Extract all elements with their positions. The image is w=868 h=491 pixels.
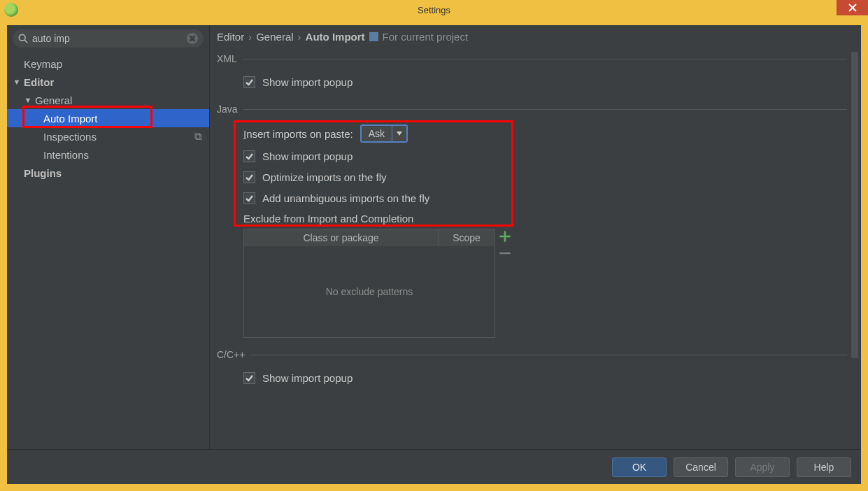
check-icon [245,194,254,203]
tree-item-intentions[interactable]: Intentions [7,145,209,164]
group-xml-title: XML [217,53,243,64]
group-xml: XML Show import popup [217,53,847,92]
chevron-right-icon: › [248,31,252,43]
tree-item-inspections[interactable]: Inspections⧉ [7,127,209,145]
combo-insert-imports[interactable]: Ask [360,124,408,143]
titlebar: Settings [0,0,868,20]
svg-line-3 [24,40,27,43]
table-empty-text: No exclude patterns [244,246,495,337]
svg-marker-6 [397,131,402,136]
clear-icon [190,36,195,41]
project-scope-label: For current project [383,31,469,43]
breadcrumb-current: Auto Import [306,31,365,43]
label-exclude: Exclude from Import and Completion [243,213,847,225]
check-icon [245,173,254,182]
copy-icon: ⧉ [194,130,202,143]
group-cpp-title: C/C++ [217,349,250,360]
exclude-table[interactable]: Class or package Scope No exclude patter… [243,229,495,338]
tree-item-auto-import[interactable]: Auto Import [7,109,209,127]
sidebar: Keymap ▼Editor ▼General Auto Import Insp… [7,25,210,449]
combo-value: Ask [362,126,392,141]
label-java-optimize: Optimize imports on the fly [262,171,387,183]
close-icon [848,3,857,12]
breadcrumb-general[interactable]: General [256,31,293,43]
check-icon [245,373,254,383]
tree-item-plugins[interactable]: Plugins [7,164,209,182]
column-class[interactable]: Class or package [244,229,439,246]
search-input[interactable] [32,33,187,44]
tree-item-general[interactable]: ▼General [7,91,209,109]
help-button[interactable]: Help [797,457,851,477]
checkbox-java-optimize[interactable] [243,171,255,183]
svg-point-2 [19,34,25,41]
search-box[interactable] [13,29,204,48]
breadcrumb-editor[interactable]: Editor [217,31,244,43]
plus-icon [499,230,511,243]
clear-search-button[interactable] [187,33,198,44]
scrollbar-thumb[interactable] [851,52,858,358]
chevron-down-icon[interactable]: ▼ [24,96,32,104]
apply-button[interactable]: Apply [735,457,790,477]
label-cpp-show-popup: Show import popup [262,372,353,384]
add-exclude-button[interactable] [499,230,511,243]
settings-tree: Keymap ▼Editor ▼General Auto Import Insp… [7,55,209,182]
group-cpp: C/C++ Show import popup [217,349,847,388]
app-icon [4,3,18,17]
label-xml-show-popup: Show import popup [262,76,353,88]
remove-exclude-button[interactable] [499,247,511,259]
window-title: Settings [418,5,450,15]
chevron-right-icon: › [298,31,301,43]
chevron-down-icon[interactable]: ▼ [13,78,21,86]
tree-item-editor[interactable]: ▼Editor [7,73,209,91]
check-icon [245,78,254,87]
checkbox-cpp-show-popup[interactable] [243,372,255,384]
chevron-down-icon [397,131,402,136]
cancel-button[interactable]: Cancel [674,457,728,477]
scrollbar[interactable] [851,52,858,400]
group-java-title: Java [217,104,243,115]
button-bar: OK Cancel Apply Help [7,449,861,484]
search-icon [18,34,28,43]
checkbox-xml-show-popup[interactable] [243,76,255,88]
check-icon [245,152,254,161]
column-scope[interactable]: Scope [439,229,495,246]
checkbox-java-show-popup[interactable] [243,150,255,162]
combo-drop-button[interactable] [392,126,406,141]
ok-button[interactable]: OK [612,457,667,477]
label-java-show-popup: Show import popup [262,150,353,162]
label-java-unambiguous: Add unambiguous imports on the fly [262,192,429,204]
minus-icon [499,247,511,259]
breadcrumb: Editor › General › Auto Import For curre… [210,25,861,48]
checkbox-java-unambiguous[interactable] [243,192,255,204]
tree-item-keymap[interactable]: Keymap [7,55,209,73]
main-panel: Editor › General › Auto Import For curre… [210,25,861,449]
group-java: Java Insert imports on paste: Ask Show i [217,104,847,338]
project-icon [369,32,378,41]
close-button[interactable] [837,0,868,15]
label-insert-imports: Insert imports on paste: [243,128,353,140]
